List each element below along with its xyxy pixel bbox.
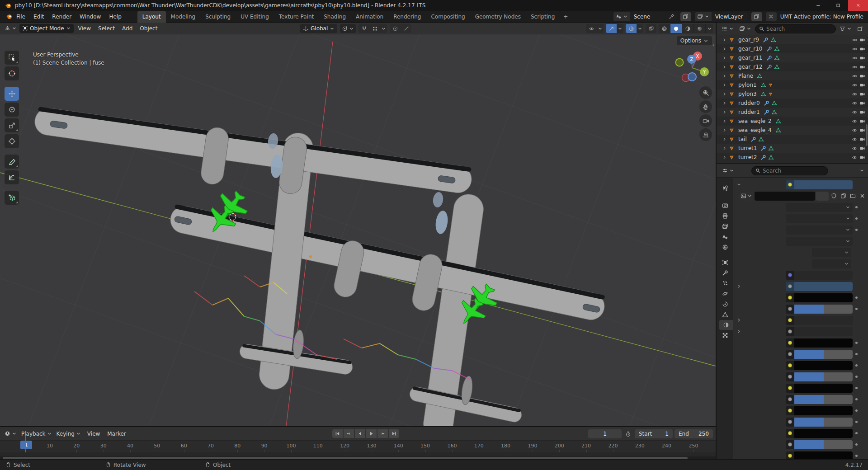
dropdown-single-image[interactable] bbox=[786, 237, 853, 246]
render-visibility-icon[interactable] bbox=[859, 82, 865, 88]
timeline-editor-type[interactable] bbox=[3, 429, 19, 438]
workspace-tab-compositing[interactable]: Compositing bbox=[426, 11, 470, 23]
viewport-menu-add[interactable]: Add bbox=[118, 25, 136, 32]
minimize-button[interactable] bbox=[808, 0, 828, 11]
timeline-ruler[interactable]: 1 10203040506070809010011012013014015016… bbox=[0, 441, 716, 452]
dropdown-color-space[interactable] bbox=[812, 248, 851, 257]
hide-eye-icon[interactable] bbox=[852, 118, 858, 124]
decorator-dot[interactable] bbox=[855, 409, 858, 412]
menu-help[interactable]: Help bbox=[105, 11, 125, 23]
outliner-row-sea-eagle-2[interactable]: sea_eagle_2 bbox=[717, 117, 868, 126]
properties-tab-output[interactable] bbox=[718, 211, 732, 221]
decorator-dot[interactable] bbox=[855, 217, 858, 220]
expand-chevron-icon[interactable] bbox=[722, 101, 727, 106]
shading-solid-button[interactable] bbox=[670, 24, 682, 33]
play-button[interactable] bbox=[366, 429, 377, 438]
outliner-row-tail[interactable]: tail bbox=[717, 135, 868, 144]
snap-controls[interactable] bbox=[359, 24, 387, 33]
properties-tab-render[interactable] bbox=[718, 201, 732, 211]
hide-eye-icon[interactable] bbox=[852, 64, 858, 70]
expand-chevron-icon[interactable] bbox=[722, 56, 727, 61]
dropdown-linear[interactable] bbox=[786, 203, 853, 212]
outliner-row-gear-r10[interactable]: gear_r10 bbox=[717, 44, 868, 53]
image-name-field[interactable] bbox=[755, 192, 815, 201]
gizmo-minus-y-axis[interactable] bbox=[676, 59, 684, 66]
decorator-dot[interactable] bbox=[855, 387, 858, 389]
decorator-dot[interactable] bbox=[855, 432, 858, 434]
expand-chevron-icon[interactable] bbox=[722, 74, 727, 79]
start-frame-field[interactable]: Start1 bbox=[635, 429, 673, 438]
viewport-menu-select[interactable]: Select bbox=[94, 25, 118, 32]
hide-eye-icon[interactable] bbox=[852, 91, 858, 97]
maximize-button[interactable] bbox=[828, 0, 848, 11]
expand-chevron-icon[interactable] bbox=[735, 284, 743, 289]
end-frame-field[interactable]: End250 bbox=[675, 429, 713, 438]
workspace-tab-scripting[interactable]: Scripting bbox=[526, 11, 560, 23]
current-frame-field[interactable]: 1 bbox=[588, 429, 622, 438]
shading-dropdown[interactable] bbox=[706, 24, 713, 33]
perspective-toggle-button[interactable] bbox=[699, 128, 712, 141]
sidebar-collapse-arrow[interactable]: ‹ bbox=[712, 42, 715, 48]
options-dropdown[interactable]: Options bbox=[677, 36, 712, 45]
shading-rendered-button[interactable] bbox=[694, 24, 705, 33]
outliner-scrollbar[interactable] bbox=[866, 124, 868, 146]
orientation-dropdown[interactable]: Global bbox=[300, 24, 337, 33]
outliner-row-plane[interactable]: Plane bbox=[717, 71, 868, 80]
properties-tab-scene[interactable] bbox=[718, 232, 732, 242]
playhead[interactable]: 1 bbox=[20, 441, 32, 449]
outliner-item-label[interactable]: pylon3 bbox=[738, 91, 757, 97]
outliner-item-label[interactable]: gear_r11 bbox=[738, 55, 763, 61]
hide-eye-icon[interactable] bbox=[852, 100, 858, 106]
pan-button[interactable] bbox=[699, 100, 712, 113]
tool-measure[interactable] bbox=[5, 170, 19, 184]
expand-chevron-icon[interactable] bbox=[722, 92, 727, 97]
outliner-filter-button[interactable] bbox=[838, 24, 854, 33]
menu-render[interactable]: Render bbox=[48, 11, 75, 23]
render-visibility-icon[interactable] bbox=[859, 109, 865, 115]
keying-dropdown[interactable]: Keying bbox=[55, 429, 83, 438]
outliner-item-label[interactable]: tail bbox=[738, 136, 747, 142]
expand-chevron-icon[interactable] bbox=[722, 65, 727, 70]
viewport-canvas[interactable] bbox=[0, 23, 716, 426]
properties-tab-world[interactable] bbox=[718, 242, 732, 252]
collapse-chevron-icon[interactable] bbox=[735, 182, 743, 187]
outliner-row-sea-eagle-4[interactable]: sea_eagle_4 bbox=[717, 126, 868, 135]
render-visibility-icon[interactable] bbox=[859, 91, 865, 97]
slot-value-field[interactable] bbox=[786, 180, 853, 189]
outliner-row-turret2[interactable]: turret2 bbox=[717, 153, 868, 162]
image-browse-button[interactable] bbox=[739, 192, 754, 201]
next-keyframe-button[interactable] bbox=[377, 429, 388, 438]
expand-chevron-icon[interactable] bbox=[722, 137, 727, 142]
texture-color-field[interactable] bbox=[786, 338, 853, 348]
decorator-dot[interactable] bbox=[855, 443, 858, 446]
decorator-dot[interactable] bbox=[855, 296, 858, 299]
texture-alpha-slider[interactable] bbox=[786, 395, 853, 404]
viewport-menu-object[interactable]: Object bbox=[136, 25, 161, 32]
workspace-tab-shading[interactable]: Shading bbox=[319, 11, 351, 23]
outliner-item-label[interactable]: rudder0 bbox=[738, 100, 760, 106]
workspace-tab-modeling[interactable]: Modeling bbox=[166, 11, 201, 23]
proportional-edit-controls[interactable] bbox=[390, 24, 411, 33]
expand-chevron-icon[interactable] bbox=[722, 83, 727, 88]
hide-eye-icon[interactable] bbox=[852, 46, 858, 52]
tool-move[interactable] bbox=[5, 87, 19, 101]
texture-color-field[interactable] bbox=[786, 429, 853, 438]
expand-chevron-icon[interactable] bbox=[722, 110, 727, 115]
decorator-dot[interactable] bbox=[855, 364, 858, 367]
outliner-item-label[interactable]: Plane bbox=[738, 73, 753, 79]
unlink-image-button[interactable] bbox=[858, 192, 867, 201]
texture-name-field[interactable] bbox=[786, 282, 853, 291]
texture-name-field[interactable] bbox=[786, 316, 853, 325]
prev-keyframe-button[interactable] bbox=[344, 429, 354, 438]
decorator-dot[interactable] bbox=[855, 308, 858, 310]
properties-tab-modifiers[interactable] bbox=[718, 268, 732, 278]
tool-cursor[interactable] bbox=[5, 66, 19, 80]
decorator-dot[interactable] bbox=[855, 455, 858, 457]
hide-eye-icon[interactable] bbox=[852, 55, 858, 61]
timeline-menu-view[interactable]: View bbox=[84, 431, 104, 437]
workspace-tab-animation[interactable]: Animation bbox=[351, 11, 388, 23]
decorator-dot[interactable] bbox=[855, 342, 858, 344]
jump-start-button[interactable] bbox=[332, 429, 343, 438]
hide-eye-icon[interactable] bbox=[852, 127, 858, 133]
outliner-item-label[interactable]: gear_r9 bbox=[738, 37, 759, 43]
